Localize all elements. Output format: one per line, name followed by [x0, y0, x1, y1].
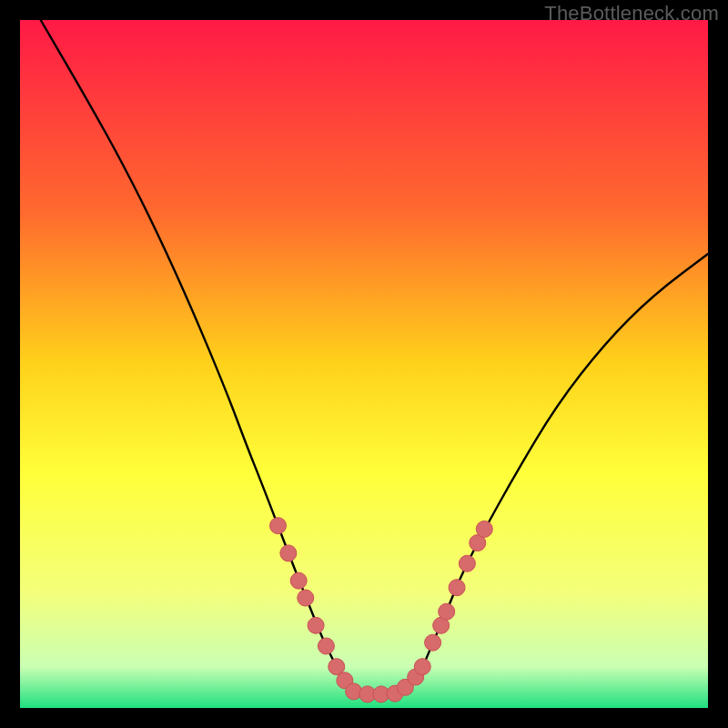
data-marker — [308, 617, 324, 633]
data-marker — [414, 659, 430, 675]
data-marker — [449, 580, 465, 596]
data-marker — [280, 545, 297, 561]
data-marker — [318, 638, 334, 654]
outer-frame: TheBottleneck.com — [0, 0, 728, 728]
bottleneck-chart — [20, 20, 708, 708]
data-marker — [298, 590, 314, 606]
data-marker — [425, 634, 441, 651]
data-marker — [476, 521, 492, 537]
watermark-text: TheBottleneck.com — [544, 2, 719, 25]
plot-area — [20, 20, 708, 708]
data-marker — [439, 603, 455, 620]
data-marker — [270, 518, 287, 534]
data-marker — [459, 555, 475, 571]
data-marker — [290, 572, 307, 589]
gradient-background — [20, 20, 708, 708]
